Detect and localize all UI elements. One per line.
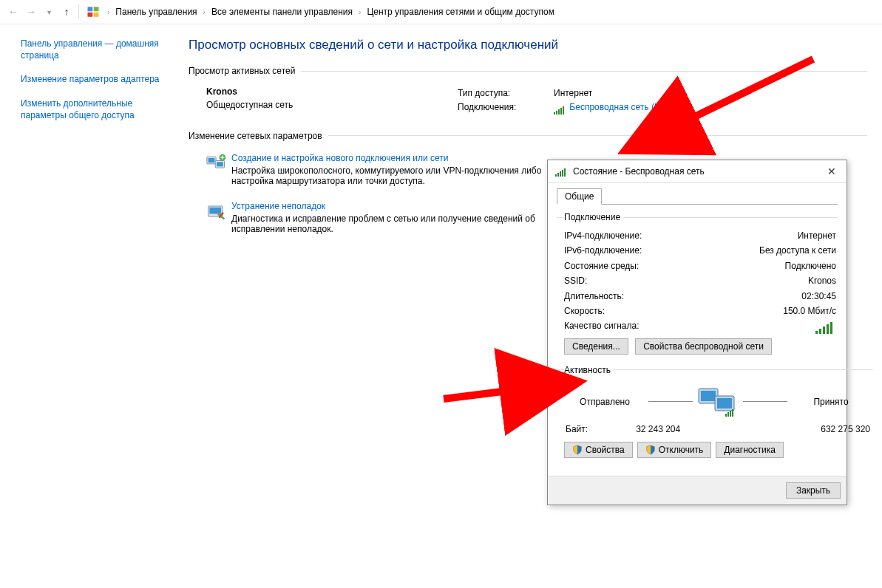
section-header-label: Изменение сетевых параметров [189,131,322,141]
nav-forward-button: → [22,3,40,21]
svg-rect-18 [732,409,733,417]
dialog-close-button[interactable]: ✕ [821,163,842,180]
section-change-settings: Изменение сетевых параметров [189,131,867,141]
ipv4-label: IPv4-подключение: [564,228,675,243]
sidebar-link-home[interactable]: Панель управления — домашняя страница [21,38,168,61]
svg-rect-14 [717,398,732,408]
breadcrumb-all-items[interactable]: Все элементы панели управления [208,5,356,18]
received-label: Принято [790,397,872,407]
details-button[interactable]: Сведения... [564,338,628,355]
section-header-label: Просмотр активных сетей [189,66,295,76]
page-title: Просмотр основных сведений о сети и наст… [189,38,867,52]
task-new-connection-desc: Настройка широкополосного, коммутируемог… [231,165,557,186]
diagnostics-button[interactable]: Диагностика [716,442,784,458]
troubleshoot-icon [206,201,231,234]
task-troubleshoot-link[interactable]: Устранение неполадок [231,201,557,211]
nav-back-button[interactable]: ← [4,3,22,21]
ssid-label: SSID: [564,273,675,288]
ipv6-value: Без доступа к сети [759,243,836,258]
connection-link[interactable]: Беспроводная сеть (Kronos) [569,102,685,112]
svg-rect-1 [94,7,99,11]
group-connection-label: Подключение [564,212,623,222]
access-type-value: Интернет [554,86,685,100]
dialog-titlebar[interactable]: Состояние - Беспроводная сеть ✕ [548,160,847,183]
task-troubleshoot-desc: Диагностика и исправление проблем с сеть… [231,213,557,234]
access-type-label: Тип доступа: [458,86,554,100]
sidebar-link-adapter-settings[interactable]: Изменение параметров адаптера [21,73,168,85]
disconnect-button[interactable]: Отключить [637,442,712,458]
disconnect-button-label: Отключить [659,445,704,455]
bytes-sent-value: 32 243 204 [636,424,680,434]
signal-bars-icon [554,100,565,114]
ssid-value: Kronos [808,273,836,288]
bytes-received-value: 632 275 320 [821,424,870,434]
connections-label: Подключения: [458,100,554,114]
address-bar: ← → ▾ ↑ › Панель управления › Все элемен… [0,0,882,24]
ipv6-label: IPv6-подключение: [564,243,675,258]
network-name: Kronos [206,86,458,97]
network-type: Общедоступная сеть [206,100,458,110]
sidebar: Панель управления — домашняя страница Из… [0,24,174,588]
duration-value: 02:30:45 [801,289,836,304]
shield-icon [645,445,656,455]
sidebar-link-sharing-settings[interactable]: Изменить дополнительные параметры общего… [21,98,168,121]
signal-bars-icon [555,166,566,177]
svg-rect-5 [208,158,215,163]
speed-label: Скорость: [564,304,675,318]
wireless-properties-button[interactable]: Свойства беспроводной сети [635,338,772,355]
control-panel-icon [86,5,100,18]
svg-rect-3 [94,13,99,17]
properties-button-label: Свойства [586,445,625,455]
svg-rect-7 [217,162,223,166]
group-activity-label: Активность [564,365,614,375]
new-connection-icon [206,153,231,186]
speed-value: 150.0 Мбит/с [783,304,836,318]
chevron-right-icon: › [107,8,109,16]
task-new-connection-link[interactable]: Создание и настройка нового подключения … [231,153,557,163]
activity-monitors-icon [696,386,740,418]
chevron-right-icon: › [359,8,361,16]
group-activity: Активность Отправлено Принято Байт: 32 2… [557,365,873,461]
tab-general[interactable]: Общие [557,188,602,205]
media-state-label: Состояние среды: [564,259,675,273]
active-network-row: Kronos Общедоступная сеть Тип доступа: П… [189,83,867,126]
svg-rect-0 [88,7,93,11]
nav-up-button[interactable]: ↑ [58,3,75,21]
nav-recent-button[interactable]: ▾ [40,3,58,21]
bytes-label: Байт: [566,424,588,434]
group-connection: Подключение IPv4-подключение:Интернет IP… [557,212,838,359]
sent-label: Отправлено [564,397,645,407]
media-state-value: Подключено [785,259,836,273]
close-button[interactable]: Закрыть [786,482,841,499]
ipv4-value: Интернет [798,228,836,243]
section-active-networks: Просмотр активных сетей [189,66,867,76]
dialog-title: Состояние - Беспроводная сеть [573,166,821,177]
signal-quality-label: Качество сигнала: [564,318,675,333]
dialog-tabs: Общие [557,188,838,205]
svg-rect-16 [727,412,729,417]
svg-rect-12 [701,391,716,401]
signal-quality-bars-icon [815,318,834,333]
wireless-status-dialog: Состояние - Беспроводная сеть ✕ Общие По… [547,160,847,505]
svg-rect-10 [209,207,221,213]
shield-icon [572,445,583,455]
svg-rect-2 [88,13,93,17]
duration-label: Длительность: [564,289,675,304]
breadcrumb-network-center[interactable]: Центр управления сетями и общим доступом [364,5,557,18]
svg-rect-15 [725,414,727,417]
breadcrumb-control-panel[interactable]: Панель управления [112,5,200,18]
chevron-right-icon: › [203,8,206,16]
properties-button[interactable]: Свойства [564,442,633,458]
svg-rect-17 [730,411,731,417]
